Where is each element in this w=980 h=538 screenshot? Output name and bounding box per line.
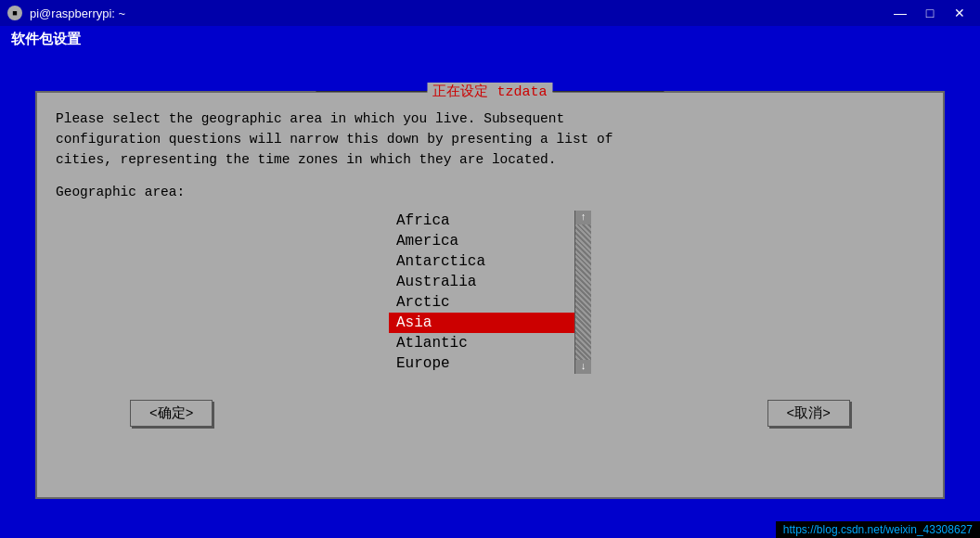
window-title: pi@raspberrypi: ~: [30, 6, 125, 20]
geo-area-label: Geographic area:: [56, 185, 924, 199]
list-items-box[interactable]: Africa America Antarctica Australia Arct…: [389, 211, 574, 374]
status-url: https://blog.csdn.net/weixin_43308627: [783, 523, 973, 536]
dialog-title: 正在设定 tzdata: [427, 83, 552, 100]
list-item-asia[interactable]: Asia: [389, 313, 574, 333]
terminal-icon: ■: [7, 6, 22, 20]
dialog-header: 正在设定 tzdata: [316, 83, 664, 100]
scroll-track[interactable]: [575, 224, 591, 360]
list-item-america[interactable]: America: [389, 231, 574, 251]
list-item-arctic[interactable]: Arctic: [389, 292, 574, 313]
maximize-button[interactable]: □: [917, 3, 943, 23]
title-bar: ■ pi@raspberrypi: ~ — □ ✕: [0, 0, 980, 26]
description-line1: Please select the geographic area in whi…: [56, 111, 564, 126]
app-window: ■ pi@raspberrypi: ~ — □ ✕ 软件包设置 正在设定 tzd…: [0, 0, 980, 538]
title-bar-controls: — □ ✕: [887, 3, 973, 23]
app-title-bar: 软件包设置: [0, 26, 980, 52]
buttons-row: <确定> <取消>: [56, 392, 924, 434]
list-item-antarctica[interactable]: Antarctica: [389, 251, 574, 272]
title-bar-left: ■ pi@raspberrypi: ~: [7, 6, 125, 20]
scroll-down-arrow[interactable]: ↓: [580, 360, 587, 374]
list-item-australia[interactable]: Australia: [389, 272, 574, 292]
header-line-right: [553, 91, 664, 92]
scroll-up-arrow[interactable]: ↑: [580, 211, 587, 224]
cancel-button[interactable]: <取消>: [767, 400, 850, 427]
description-line3: cities, representing the time zones in w…: [56, 152, 557, 167]
list-item-europe[interactable]: Europe: [389, 353, 574, 374]
dialog-box: 正在设定 tzdata Please select the geographic…: [35, 91, 945, 499]
list-item-africa[interactable]: Africa: [389, 211, 574, 231]
description-text: Please select the geographic area in whi…: [56, 109, 924, 170]
status-bar: https://blog.csdn.net/weixin_43308627: [776, 521, 980, 538]
description-line2: configuration questions will narrow this…: [56, 132, 612, 147]
header-line-left: [316, 91, 427, 92]
close-button[interactable]: ✕: [947, 3, 973, 23]
blue-background: 正在设定 tzdata Please select the geographic…: [0, 52, 980, 538]
list-item-atlantic[interactable]: Atlantic: [389, 333, 574, 353]
list-container: Africa America Antarctica Australia Arct…: [56, 211, 924, 374]
ok-button[interactable]: <确定>: [130, 400, 213, 427]
app-title: 软件包设置: [11, 31, 81, 48]
scrollbar[interactable]: ↑ ↓: [574, 211, 591, 374]
list-with-scroll: Africa America Antarctica Australia Arct…: [389, 211, 591, 374]
minimize-button[interactable]: —: [887, 3, 913, 23]
